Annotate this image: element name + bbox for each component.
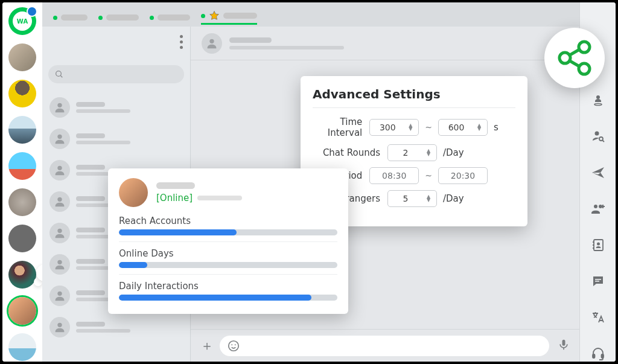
group-add-icon[interactable] (590, 202, 606, 219)
online-status: [Online] (156, 193, 193, 203)
svg-point-33 (579, 42, 590, 53)
setting-suffix-per-day: /Day (443, 147, 515, 158)
time-interval-max-stepper[interactable]: 600▲▼ (438, 119, 488, 136)
svg-line-1 (60, 75, 62, 77)
star-icon (209, 10, 220, 21)
conversation-header (191, 27, 579, 60)
tab-1[interactable] (53, 14, 88, 21)
account-avatar-5[interactable] (8, 188, 36, 216)
emoji-icon[interactable] (227, 339, 240, 353)
chat-rounds-stepper[interactable]: 2▲▼ (387, 144, 437, 161)
svg-point-0 (56, 71, 62, 77)
svg-point-7 (57, 260, 62, 264)
mic-icon[interactable] (558, 338, 570, 354)
user-metrics-card: [Online] Reach Accounts Online Days Dail… (108, 168, 348, 314)
strangers-stepper[interactable]: 5▲▼ (387, 190, 437, 207)
app-logo-text: WA (13, 11, 32, 31)
send-icon[interactable] (591, 165, 605, 182)
attach-icon[interactable]: ＋ (200, 337, 211, 355)
svg-point-16 (594, 132, 599, 136)
svg-point-32 (559, 53, 570, 63)
svg-point-5 (57, 197, 62, 202)
svg-point-34 (579, 63, 590, 74)
svg-point-11 (229, 340, 239, 351)
svg-point-8 (57, 292, 62, 296)
svg-line-35 (570, 49, 580, 56)
metric-label-reach: Reach Accounts (119, 216, 337, 226)
svg-rect-30 (593, 354, 595, 358)
tab-3[interactable] (150, 14, 190, 21)
svg-point-9 (57, 323, 62, 327)
metric-label-online-days: Online Days (119, 248, 337, 259)
message-input[interactable] (220, 336, 549, 356)
chat-list-item[interactable] (42, 92, 190, 123)
metric-bar-reach (119, 229, 337, 235)
share-button[interactable] (544, 28, 605, 88)
translate-icon[interactable] (591, 310, 605, 327)
support-headset-icon[interactable] (591, 346, 605, 362)
period-end-input[interactable]: 20:30 (438, 167, 488, 184)
advanced-settings-title: Advanced Settings (313, 87, 515, 108)
svg-line-36 (570, 61, 580, 67)
metrics-user-avatar (119, 178, 148, 207)
tab-4-starred[interactable] (201, 10, 257, 25)
chat-list-item[interactable] (42, 123, 190, 155)
time-interval-min-stepper[interactable]: 300▲▼ (369, 119, 419, 136)
account-avatar-2[interactable] (8, 80, 36, 107)
account-avatar-4[interactable] (8, 152, 36, 180)
svg-point-17 (599, 137, 603, 141)
chat-list-item[interactable] (42, 311, 190, 343)
account-avatar-9[interactable] (8, 333, 36, 361)
search-input[interactable] (69, 70, 178, 79)
svg-point-24 (597, 243, 600, 246)
svg-point-13 (235, 344, 236, 345)
account-avatar-1[interactable] (8, 43, 36, 71)
metric-bar-online-days (119, 262, 337, 268)
setting-suffix-per-day-2: /Day (443, 193, 515, 204)
account-avatar-7[interactable] (8, 261, 36, 289)
search-input-wrap[interactable] (48, 65, 184, 83)
svg-point-4 (57, 166, 62, 170)
person-search-icon[interactable] (591, 129, 605, 146)
conversation-avatar[interactable] (202, 33, 222, 54)
setting-label-chat-rounds: Chat Rounds (313, 147, 381, 158)
metrics-user-name-placeholder (156, 182, 195, 189)
share-icon (555, 39, 594, 77)
tilde-separator: ~ (425, 171, 432, 180)
left-account-rail: WA (2, 2, 42, 362)
account-avatar-3[interactable] (8, 116, 36, 144)
conversation-name-placeholder (229, 37, 272, 43)
svg-point-19 (594, 205, 597, 208)
tab-bar (42, 2, 579, 27)
svg-rect-29 (595, 281, 599, 282)
app-logo[interactable]: WA (8, 7, 36, 35)
tilde-separator: ~ (425, 123, 432, 132)
svg-point-12 (231, 344, 232, 345)
setting-label-time-interval: Time Interval (313, 117, 363, 138)
location-pin-icon[interactable] (591, 93, 605, 110)
svg-rect-31 (601, 354, 604, 358)
quick-reply-icon[interactable] (591, 274, 605, 291)
svg-point-6 (57, 229, 62, 233)
search-icon (54, 69, 64, 79)
svg-point-10 (209, 39, 214, 43)
svg-point-3 (57, 135, 62, 139)
svg-point-15 (594, 104, 602, 106)
account-avatar-6[interactable] (8, 225, 36, 252)
conversation-status-placeholder (229, 46, 344, 49)
more-menu-icon[interactable] (180, 35, 183, 49)
svg-point-14 (596, 95, 600, 99)
metric-bar-daily-interactions (119, 295, 337, 301)
metric-label-daily-interactions: Daily Interactions (119, 281, 337, 292)
tab-2[interactable] (98, 14, 139, 21)
svg-rect-28 (595, 279, 601, 280)
account-avatar-8-active[interactable] (8, 297, 36, 325)
svg-line-18 (602, 140, 604, 142)
svg-point-2 (57, 103, 62, 107)
period-start-input[interactable]: 08:30 (369, 167, 419, 184)
setting-suffix-seconds: s (494, 122, 515, 133)
contacts-book-icon[interactable] (591, 238, 605, 255)
composer: ＋ (191, 329, 579, 362)
